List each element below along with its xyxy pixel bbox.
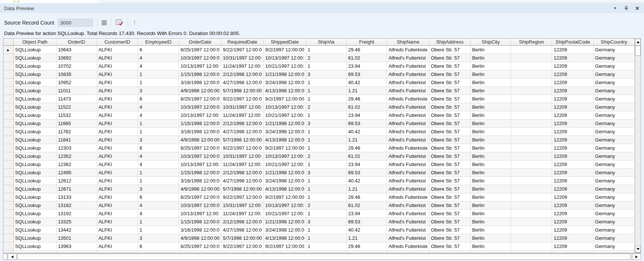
cell[interactable]: Alfred's Futterkist [387,62,429,70]
cell[interactable]: 1 [306,95,346,103]
cell[interactable]: Obere Str. 57 [429,226,471,234]
cell[interactable]: Berlin [470,136,511,144]
cell[interactable]: SQLLookup [13,234,56,242]
cell[interactable]: Obere Str. 57 [429,119,471,127]
cell[interactable]: Obere Str. 57 [429,242,471,250]
cell[interactable]: 11011 [56,86,97,95]
cell[interactable]: 1/21/1998 12:00:0 [263,217,306,226]
cell[interactable]: ALFKI [97,160,138,168]
cell[interactable]: Alfred's Futterkist [387,250,429,253]
cell[interactable]: 4 [138,152,179,160]
cell[interactable]: SQLLookup [13,152,56,160]
cell[interactable]: Obere Str. 57 [429,209,471,217]
cell[interactable]: Berlin [470,226,511,234]
cell[interactable]: 10/13/1997 12:00: [263,250,306,253]
source-record-count-input[interactable] [58,19,93,27]
cell[interactable]: ALFKI [97,226,138,234]
cell[interactable]: ALFKI [97,185,138,193]
cell[interactable]: 9/22/1997 12:00:0 [221,242,264,250]
cell[interactable] [511,45,552,54]
cell[interactable]: 4/9/1998 12:00:00 [179,136,221,144]
cell[interactable]: SQLLookup [13,168,56,176]
cell[interactable]: SQLLookup [13,111,56,119]
cell[interactable] [511,95,552,103]
cell[interactable]: 4 [138,111,179,119]
cell[interactable]: Alfred's Futterkist [387,234,429,242]
cell[interactable]: SQLLookup [13,242,56,250]
cell[interactable]: 3 [138,234,179,242]
cell[interactable]: 5/7/1998 12:00:00 [221,185,264,193]
cell[interactable]: Obere Str. 57 [429,152,471,160]
cell[interactable]: 9/22/1997 12:00:0 [221,193,264,201]
cell[interactable] [511,152,552,160]
cell[interactable]: Germany [593,70,634,78]
cell[interactable]: 12671 [56,185,97,193]
stop-button[interactable] [102,20,107,25]
cell[interactable]: Germany [593,168,634,176]
cell[interactable]: Berlin [470,168,511,176]
cell[interactable]: 12209 [552,127,593,136]
cell[interactable]: Alfred's Futterkist [387,103,429,111]
cell[interactable]: SQLLookup [13,160,56,168]
cell[interactable]: 1 [306,144,346,152]
cell[interactable]: 4 [138,54,179,62]
cell[interactable]: 1 [306,176,346,185]
cell[interactable]: SQLLookup [13,54,56,62]
cell[interactable]: 1.21 [346,185,387,193]
cell[interactable]: Alfred's Futterkist [387,160,429,168]
cell[interactable]: Germany [593,111,634,119]
cell[interactable]: ALFKI [97,152,138,160]
cell[interactable]: Germany [593,103,634,111]
cell[interactable]: 10/3/1997 12:00:0 [179,103,221,111]
cell[interactable]: Obere Str. 57 [429,176,471,185]
cell[interactable]: 12209 [552,111,593,119]
cell[interactable]: 11782 [56,127,97,136]
cell[interactable]: Germany [593,45,634,54]
cell[interactable]: 10/21/1997 12:00: [263,160,306,168]
cell[interactable]: 10/13/1997 12:00: [179,111,221,119]
cell[interactable]: ALFKI [97,78,138,86]
cell[interactable]: 12352 [56,152,97,160]
cell[interactable]: 3 [306,70,346,78]
cell[interactable]: 10/13/1997 12:00: [179,209,221,217]
cell[interactable]: 12209 [552,70,593,78]
cell[interactable]: 12209 [552,176,593,185]
cell[interactable]: Alfreds Futterkiste [387,193,429,201]
row-header[interactable] [3,144,13,152]
cell[interactable]: 1 [306,193,346,201]
cell[interactable]: ALFKI [97,70,138,78]
cell[interactable]: 11665 [56,119,97,127]
cell[interactable]: Obere Str. 57 [429,127,471,136]
cell[interactable]: 1/15/1998 12:00:0 [179,119,221,127]
cell[interactable]: Obere Str. 57 [429,54,471,62]
cell[interactable]: Germany [593,226,634,234]
cell[interactable]: 3/24/1998 12:00:0 [263,78,306,86]
cell[interactable]: 10/31/1997 12:00: [221,201,264,209]
cell[interactable]: Obere Str. 57 [429,70,471,78]
cell[interactable]: 2 [306,201,346,209]
cell[interactable]: 4/27/1998 12:00:0 [221,78,264,86]
cell[interactable]: 1/21/1998 12:00:0 [263,119,306,127]
cell[interactable]: 3/16/1998 12:00:0 [179,127,221,136]
cell[interactable]: ALFKI [97,136,138,144]
cell[interactable]: 5/7/1998 12:00:00 [221,86,264,95]
cell[interactable]: 8/25/1997 12:00:0 [179,45,221,54]
cell[interactable]: 1 [306,209,346,217]
cell[interactable]: 9/22/1997 12:00:0 [221,95,264,103]
cell[interactable] [511,111,552,119]
cell[interactable]: 13501 [56,234,97,242]
cell[interactable]: 1 [306,185,346,193]
cell[interactable]: 12209 [552,242,593,250]
horizontal-scrollbar[interactable] [3,253,641,260]
cell[interactable]: Alfred's Futterkist [387,176,429,185]
cell[interactable]: 12209 [552,250,593,253]
cell[interactable]: 40.42 [346,127,387,136]
cell[interactable]: 40.42 [346,176,387,185]
cell[interactable] [511,144,552,152]
cell[interactable] [511,127,552,136]
cell[interactable]: SQLLookup [13,144,56,152]
cell[interactable]: SQLLookup [13,217,56,226]
row-header[interactable] [3,209,13,217]
cell[interactable]: ALFKI [97,119,138,127]
cell[interactable]: 4/9/1998 12:00:00 [179,86,221,95]
